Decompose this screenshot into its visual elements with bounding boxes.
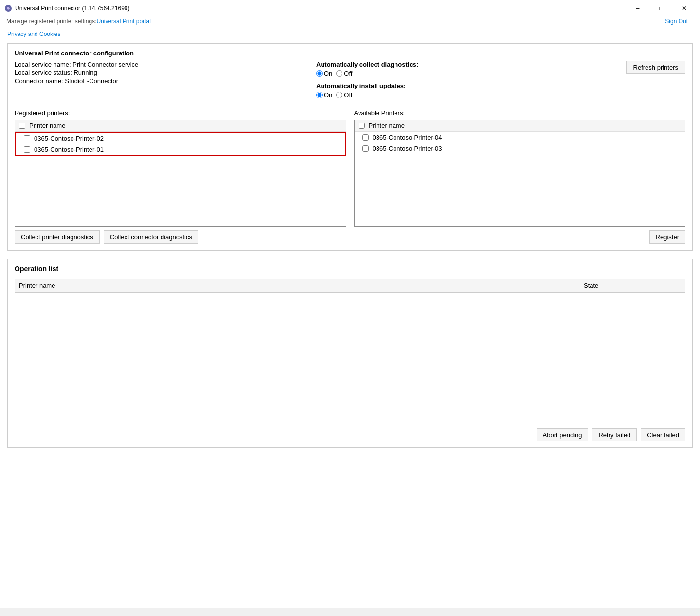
on-text-update: On bbox=[324, 91, 332, 99]
auto-updates-label: Automatically install updates: bbox=[316, 82, 685, 89]
top-bar: Manage registered printer settings: Univ… bbox=[0, 16, 700, 27]
operation-bottom-buttons: Abort pending Retry failed Clear failed bbox=[15, 428, 685, 441]
diagnostics-on-label[interactable]: On bbox=[316, 70, 332, 77]
available-printers-header: Printer name bbox=[355, 120, 685, 132]
updates-off-radio[interactable] bbox=[336, 92, 342, 98]
registered-printers-panel: Registered printers: Printer name 0365-C… bbox=[15, 109, 346, 244]
updates-on-radio[interactable] bbox=[316, 92, 323, 98]
available-printer-checkbox-1[interactable] bbox=[362, 145, 369, 152]
refresh-printers-button[interactable]: Refresh printers bbox=[626, 61, 685, 74]
off-text-update: Off bbox=[344, 91, 352, 99]
abort-pending-button[interactable]: Abort pending bbox=[537, 428, 589, 441]
available-buttons-row: Register bbox=[354, 230, 686, 244]
config-section: Universal Print connector configuration … bbox=[7, 43, 693, 251]
privacy-bar: Privacy and Cookies bbox=[0, 27, 700, 39]
available-printer-checkbox-0[interactable] bbox=[362, 134, 369, 141]
bottom-scrollbar[interactable] bbox=[0, 608, 700, 616]
config-left: Local service name: Print Connector serv… bbox=[15, 61, 287, 104]
registered-select-all-checkbox[interactable] bbox=[19, 123, 25, 129]
registered-printer-checkbox-0[interactable] bbox=[24, 135, 30, 141]
operation-list-title: Operation list bbox=[15, 265, 685, 273]
local-service-status: Local service status: Running bbox=[15, 69, 287, 76]
title-bar-controls: – □ ✕ bbox=[627, 0, 696, 16]
registered-header-label: Printer name bbox=[29, 122, 65, 129]
updates-off-label[interactable]: Off bbox=[336, 91, 352, 99]
title-bar-text: Universal Print connector (1.14.7564.216… bbox=[15, 5, 627, 12]
diagnostics-off-radio[interactable] bbox=[336, 70, 342, 77]
printers-layout: Registered printers: Printer name 0365-C… bbox=[15, 109, 685, 244]
operation-table[interactable]: Printer name State bbox=[15, 279, 685, 424]
sign-out-link[interactable]: Sign Out bbox=[665, 18, 688, 25]
op-col-state: State bbox=[584, 282, 681, 289]
close-button[interactable]: ✕ bbox=[673, 0, 696, 16]
registered-printer-checkbox-1[interactable] bbox=[24, 146, 30, 153]
available-select-all-checkbox[interactable] bbox=[359, 123, 365, 129]
registered-printer-item-0[interactable]: 0365-Contoso-Printer-02 bbox=[16, 133, 345, 144]
registered-buttons-row: Collect printer diagnostics Collect conn… bbox=[15, 230, 346, 244]
register-btn-wrapper: Register bbox=[354, 230, 686, 244]
available-header-label: Printer name bbox=[369, 122, 405, 129]
registered-printer-name-1: 0365-Contoso-Printer-01 bbox=[34, 146, 104, 153]
svg-point-1 bbox=[7, 7, 10, 10]
diagnostics-off-label[interactable]: Off bbox=[336, 70, 352, 77]
registered-printer-item-1[interactable]: 0365-Contoso-Printer-01 bbox=[16, 144, 345, 155]
config-layout: Local service name: Print Connector serv… bbox=[15, 61, 685, 104]
local-service-name: Local service name: Print Connector serv… bbox=[15, 61, 287, 68]
app-icon bbox=[4, 4, 12, 12]
collect-connector-diag-button[interactable]: Collect connector diagnostics bbox=[104, 230, 198, 244]
connector-name: Connector name: StudioE-Connector bbox=[15, 77, 287, 85]
available-printers-label: Available Printers: bbox=[354, 109, 686, 117]
available-printer-item-1[interactable]: 0365-Contoso-Printer-03 bbox=[355, 143, 685, 154]
portal-link[interactable]: Universal Print portal bbox=[96, 18, 150, 25]
auto-updates-row: On Off bbox=[316, 91, 685, 99]
registered-printers-header: Printer name bbox=[15, 120, 346, 132]
op-col-printer-name: Printer name bbox=[19, 282, 584, 289]
on-text-diag: On bbox=[324, 70, 332, 77]
available-printers-list[interactable]: Printer name 0365-Contoso-Printer-04 036… bbox=[354, 120, 686, 227]
registered-printers-list[interactable]: Printer name 0365-Contoso-Printer-02 036… bbox=[15, 120, 346, 227]
available-printers-panel: Available Printers: Printer name 0365-Co… bbox=[354, 109, 686, 244]
registered-printers-label: Registered printers: bbox=[15, 109, 346, 117]
register-button[interactable]: Register bbox=[649, 230, 685, 244]
main-window: Universal Print connector (1.14.7564.216… bbox=[0, 0, 700, 616]
operation-table-header: Printer name State bbox=[15, 279, 685, 293]
config-right: Refresh printers Automatically collect d… bbox=[287, 61, 685, 104]
updates-on-label[interactable]: On bbox=[316, 91, 332, 99]
clear-failed-button[interactable]: Clear failed bbox=[641, 428, 685, 441]
main-content: Universal Print connector configuration … bbox=[0, 39, 700, 608]
privacy-cookies-link[interactable]: Privacy and Cookies bbox=[7, 31, 60, 37]
minimize-button[interactable]: – bbox=[627, 0, 649, 16]
registered-printer-name-0: 0365-Contoso-Printer-02 bbox=[34, 135, 104, 142]
config-title: Universal Print connector configuration bbox=[15, 50, 685, 57]
operation-section: Operation list Printer name State Abort … bbox=[7, 259, 693, 448]
config-info: Local service name: Print Connector serv… bbox=[15, 61, 287, 85]
collect-printer-diag-button[interactable]: Collect printer diagnostics bbox=[15, 230, 100, 244]
diagnostics-on-radio[interactable] bbox=[316, 70, 323, 77]
available-printer-name-0: 0365-Contoso-Printer-04 bbox=[373, 134, 442, 141]
maximize-button[interactable]: □ bbox=[650, 0, 672, 16]
available-printer-item-0[interactable]: 0365-Contoso-Printer-04 bbox=[355, 132, 685, 143]
available-printer-name-1: 0365-Contoso-Printer-03 bbox=[373, 145, 442, 152]
retry-failed-button[interactable]: Retry failed bbox=[592, 428, 637, 441]
title-bar: Universal Print connector (1.14.7564.216… bbox=[0, 0, 700, 16]
manage-text: Manage registered printer settings: bbox=[6, 18, 96, 25]
off-text-diag: Off bbox=[344, 70, 352, 77]
registered-highlighted-items: 0365-Contoso-Printer-02 0365-Contoso-Pri… bbox=[15, 132, 346, 156]
